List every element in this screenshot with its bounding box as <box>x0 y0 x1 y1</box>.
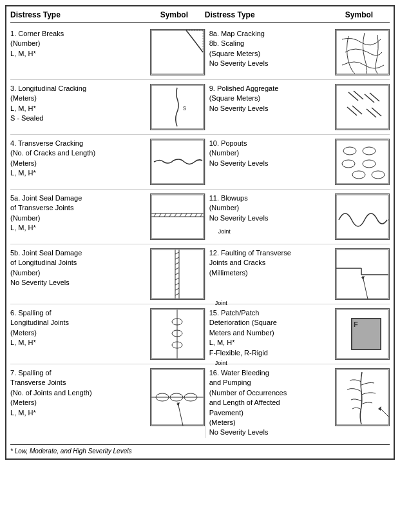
svg-rect-2 <box>151 85 204 129</box>
right-cell-9: 9. Polished Aggregate(Square Meters)No S… <box>205 84 390 130</box>
symbol-16-container: Crack <box>335 368 390 426</box>
distress-text-3: 3. Longitudinal Cracking(Meters)L, M, H*… <box>10 84 150 124</box>
symbol-11-container: Joint <box>335 193 390 240</box>
symbol-5b-container: Joint <box>150 248 205 300</box>
left-cell-5a: 5a. Joint Seal Damageof Transverse Joint… <box>10 193 205 240</box>
right-header: Distress Type Symbol <box>205 10 390 19</box>
symbol-5b <box>150 248 205 300</box>
symbol-6 <box>150 308 205 360</box>
left-cell-5b: 5b. Joint Seal Damageof Longitudinal Joi… <box>10 248 205 300</box>
table-row: 5b. Joint Seal Damageof Longitudinal Joi… <box>10 244 390 304</box>
joint-label-6: Joint <box>215 360 227 366</box>
symbol-7 <box>150 368 205 426</box>
left-cell-6: 6. Spalling ofLongitudinal Joints(Meters… <box>10 308 205 360</box>
table-row: 4. Transverse Cracking(No. of Cracks and… <box>10 135 390 190</box>
svg-rect-36 <box>336 195 388 239</box>
distress-text-5b: 5b. Joint Seal Damageof Longitudinal Joi… <box>10 248 150 288</box>
distress-text-7: 7. Spalling ofTransverse Joints(No. of J… <box>10 368 150 418</box>
svg-rect-13 <box>151 140 204 184</box>
svg-rect-0 <box>151 30 204 74</box>
svg-rect-53 <box>336 250 388 299</box>
left-symbol-header: Symbol <box>144 10 205 19</box>
symbol-1 <box>150 29 205 75</box>
svg-rect-14 <box>336 140 388 184</box>
symbol-9 <box>335 84 390 130</box>
table-row: 7. Spalling ofTransverse Joints(No. of J… <box>10 364 390 442</box>
table-header: Distress Type Symbol Distress Type Symbo… <box>10 10 390 23</box>
distress-text-6: 6. Spalling ofLongitudinal Joints(Meters… <box>10 308 150 348</box>
symbol-8 <box>335 29 390 75</box>
symbol-12: 2 <box>335 248 390 300</box>
svg-rect-4 <box>336 85 388 129</box>
right-cell-15: 15. Patch/PatchDeterioration (SquareMete… <box>205 308 390 360</box>
distress-text-1: 1. Corner Breaks(Number)L, M, H* <box>10 29 150 59</box>
symbol-3: s <box>150 84 205 130</box>
joint-label-5a: Joint <box>218 228 231 235</box>
distress-text-12: 12. Faulting of TransverseJoints and Cra… <box>209 248 335 278</box>
symbol-6-container: Joint <box>150 308 205 360</box>
distress-text-16: 16. Water Bleedingand Pumping(Number of … <box>209 368 335 438</box>
svg-rect-1 <box>336 30 388 74</box>
symbol-16 <box>335 368 390 426</box>
table-row: 3. Longitudinal Cracking(Meters)L, M, H*… <box>10 80 390 135</box>
left-distress-header: Distress Type <box>10 10 144 19</box>
symbol-10 <box>335 139 390 185</box>
symbol-11 <box>335 193 390 240</box>
left-cell-7: 7. Spalling ofTransverse Joints(No. of J… <box>10 368 205 426</box>
distress-text-11: 11. Blowups(Number)No Severity Levels <box>209 193 335 223</box>
left-header: Distress Type Symbol <box>10 10 205 19</box>
symbol-4 <box>150 139 205 185</box>
distress-text-4: 4. Transverse Cracking(No. of Cracks and… <box>10 139 150 179</box>
symbol-12-container: 2 Joint <box>335 248 390 300</box>
joint-label-5b: Joint <box>215 300 227 306</box>
right-symbol-header: Symbol <box>329 10 390 19</box>
left-cell-4: 4. Transverse Cracking(No. of Cracks and… <box>10 139 205 185</box>
svg-text:s: s <box>183 104 186 112</box>
distress-text-8: 8a. Map Cracking8b. Scaling(Square Meter… <box>209 29 335 69</box>
right-cell-16: 16. Water Bleedingand Pumping(Number of … <box>205 368 390 438</box>
right-cell-10: 10. Popouts(Number)No Severity Levels <box>205 139 390 185</box>
main-container: Distress Type Symbol Distress Type Symbo… <box>5 5 395 460</box>
svg-text:F: F <box>354 320 358 328</box>
table-row: 5a. Joint Seal Damageof Transverse Joint… <box>10 190 390 244</box>
table-row: 6. Spalling ofLongitudinal Joints(Meters… <box>10 304 390 364</box>
symbol-5a <box>150 193 205 240</box>
symbol-5a-container: Joint <box>150 193 205 240</box>
footer-note: * Low, Moderate, and High Severity Level… <box>10 444 390 455</box>
distress-text-5a: 5a. Joint Seal Damageof Transverse Joint… <box>10 193 150 233</box>
right-distress-header: Distress Type <box>205 10 329 19</box>
table-row: 1. Corner Breaks(Number)L, M, H* 8a. Map… <box>10 25 390 80</box>
right-cell-11: 11. Blowups(Number)No Severity Levels Jo… <box>205 193 390 240</box>
right-cell-8: 8a. Map Cracking8b. Scaling(Square Meter… <box>205 29 390 75</box>
right-cell-12: 12. Faulting of TransverseJoints and Cra… <box>205 248 390 300</box>
distress-text-9: 9. Polished Aggregate(Square Meters)No S… <box>209 84 335 113</box>
left-cell-3: 3. Longitudinal Cracking(Meters)L, M, H*… <box>10 84 205 130</box>
symbol-15: F <box>335 308 390 360</box>
distress-text-10: 10. Popouts(Number)No Severity Levels <box>209 139 335 168</box>
svg-rect-39 <box>151 250 204 299</box>
left-cell-1: 1. Corner Breaks(Number)L, M, H* <box>10 29 205 75</box>
distress-text-15: 15. Patch/PatchDeterioration (SquareMete… <box>209 308 335 358</box>
